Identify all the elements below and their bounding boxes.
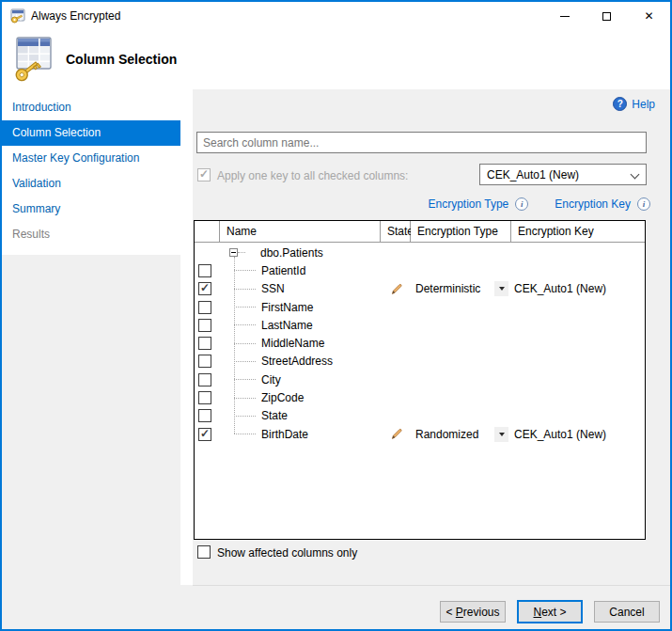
apply-one-key-checkbox[interactable] xyxy=(197,168,211,181)
encryption-key-link[interactable]: Encryption Key xyxy=(555,197,631,211)
maximize-icon xyxy=(602,12,611,21)
column-help-links: Encryption Type i Encryption Key i xyxy=(193,196,650,213)
header-state: State xyxy=(381,221,411,242)
help-link[interactable]: ? Help xyxy=(613,97,655,111)
column-name: MiddleName xyxy=(261,337,324,350)
tree-dots xyxy=(238,252,245,253)
nav-item-master-key-configuration[interactable]: Master Key Configuration xyxy=(2,146,180,171)
tree-dots xyxy=(234,343,256,344)
dropdown-arrow-icon xyxy=(499,433,505,436)
previous-button[interactable]: < Previous xyxy=(440,601,506,623)
nav-item-column-selection[interactable]: Column Selection xyxy=(2,120,180,146)
header-checkbox-column xyxy=(195,221,220,242)
group-name-cell: dbo.Patients xyxy=(220,244,381,261)
table-row[interactable]: PatientId xyxy=(195,261,645,279)
minimize-button[interactable] xyxy=(543,2,586,30)
show-affected-columns-checkbox[interactable] xyxy=(197,545,211,559)
header-encryption-key: Encryption Key xyxy=(511,221,645,242)
wizard-body: Introduction Column Selection Master Key… xyxy=(2,89,670,585)
tree-dots xyxy=(234,434,256,434)
column-checkbox[interactable] xyxy=(198,319,211,332)
dropdown-arrow-icon xyxy=(499,287,505,291)
always-encrypted-wizard-window: Always Encrypted ✕ xyxy=(0,0,672,631)
columns-table-header: Name State Encryption Type Encryption Ke… xyxy=(195,221,645,243)
search-column-input[interactable] xyxy=(196,132,647,153)
titlebar: Always Encrypted ✕ xyxy=(2,2,670,30)
table-row[interactable]: StreetAddress xyxy=(195,353,645,371)
column-name: State xyxy=(261,409,288,422)
encryption-type-value: Deterministic xyxy=(415,282,480,295)
maximize-button[interactable] xyxy=(586,2,628,30)
table-key-icon-large xyxy=(9,36,55,83)
show-affected-columns-label: Show affected columns only xyxy=(217,546,357,560)
nav-item-validation[interactable]: Validation xyxy=(2,171,180,197)
wizard-footer: < Previous Next > Cancel xyxy=(2,585,670,629)
table-row[interactable]: State xyxy=(195,407,645,425)
column-checkbox[interactable] xyxy=(198,373,211,386)
encryption-type-dropdown-button[interactable] xyxy=(494,281,508,296)
nav-content-separator xyxy=(180,89,193,585)
close-button[interactable]: ✕ xyxy=(628,2,670,30)
minimize-icon xyxy=(560,16,570,17)
encryption-type-dropdown-button[interactable] xyxy=(494,427,508,442)
table-row[interactable]: SSN Deterministic CEK_Auto1 (New) xyxy=(195,280,645,298)
group-label: dbo.Patients xyxy=(260,246,323,260)
tree-dots xyxy=(234,307,256,308)
nav-item-results[interactable]: Results xyxy=(2,222,180,247)
table-key-icon xyxy=(10,8,25,24)
cek-dropdown-value: CEK_Auto1 (New) xyxy=(487,168,579,181)
encryption-key-info-icon[interactable]: i xyxy=(637,197,650,211)
footer-divider xyxy=(193,585,670,586)
column-checkbox[interactable] xyxy=(198,409,211,422)
cancel-button[interactable]: Cancel xyxy=(594,601,660,623)
encryption-key-value: CEK_Auto1 (New) xyxy=(511,282,645,295)
column-checkbox[interactable] xyxy=(198,428,211,441)
tree-dots xyxy=(234,361,256,362)
column-selection-content: ? Help Apply one key to all checked colu… xyxy=(193,89,670,585)
page-header: Column Selection xyxy=(2,30,670,89)
column-name: BirthDate xyxy=(261,428,308,441)
encryption-type-info-icon[interactable]: i xyxy=(515,197,528,211)
tree-dots xyxy=(234,379,256,380)
page-title: Column Selection xyxy=(66,52,177,67)
cek-dropdown[interactable]: CEK_Auto1 (New) xyxy=(479,164,647,185)
column-name: LastName xyxy=(261,319,313,332)
close-icon: ✕ xyxy=(644,9,653,23)
collapse-expander-icon[interactable] xyxy=(229,248,238,257)
table-rows: dbo.Patients PatientId xyxy=(195,243,645,443)
column-checkbox[interactable] xyxy=(198,391,211,404)
table-group-row: dbo.Patients xyxy=(195,244,645,261)
tree-dots xyxy=(234,324,256,325)
table-row[interactable]: City xyxy=(195,371,645,388)
table-row[interactable]: ZipCode xyxy=(195,388,645,406)
column-name: FirstName xyxy=(261,301,313,314)
column-checkbox[interactable] xyxy=(198,282,211,295)
column-checkbox[interactable] xyxy=(198,355,211,368)
column-checkbox[interactable] xyxy=(198,301,211,314)
table-row[interactable]: LastName xyxy=(195,316,645,334)
encryption-key-value: CEK_Auto1 (New) xyxy=(511,428,645,441)
table-row[interactable]: MiddleName xyxy=(195,334,645,352)
column-checkbox[interactable] xyxy=(198,337,211,350)
table-row[interactable]: BirthDate Randomized CEK_Auto1 (New) xyxy=(195,425,645,443)
chevron-down-icon xyxy=(631,170,640,180)
nav-item-summary[interactable]: Summary xyxy=(2,197,180,222)
columns-table: Name State Encryption Type Encryption Ke… xyxy=(194,220,646,540)
encryption-type-value: Randomized xyxy=(415,428,478,441)
next-button[interactable]: Next > xyxy=(517,600,583,623)
tree-dots xyxy=(234,289,256,290)
column-checkbox[interactable] xyxy=(198,264,211,277)
column-name: SSN xyxy=(261,282,285,295)
wizard-steps-nav: Introduction Column Selection Master Key… xyxy=(2,95,180,247)
tree-dots xyxy=(234,398,256,399)
column-name: StreetAddress xyxy=(261,355,333,368)
help-icon: ? xyxy=(613,97,627,111)
tree-guide-line xyxy=(234,257,235,434)
table-row[interactable]: FirstName xyxy=(195,298,645,316)
encryption-type-link[interactable]: Encryption Type xyxy=(428,197,508,211)
help-label: Help xyxy=(632,98,655,111)
window-controls: ✕ xyxy=(543,2,670,30)
tree-dots xyxy=(234,416,256,417)
tree-dots xyxy=(234,270,256,271)
nav-item-introduction[interactable]: Introduction xyxy=(2,95,180,120)
